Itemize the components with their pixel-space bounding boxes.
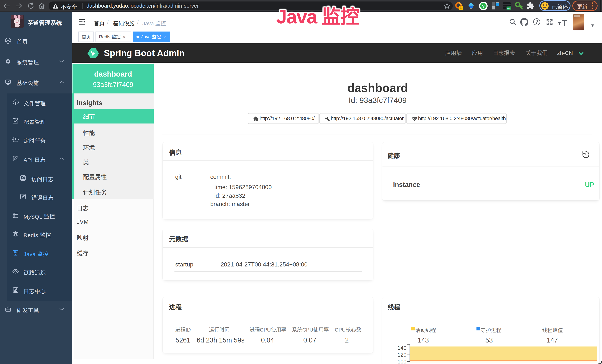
svg-text:on: on <box>507 7 510 10</box>
svg-text:y: y <box>482 3 485 8</box>
svg-text:1: 1 <box>460 6 462 10</box>
